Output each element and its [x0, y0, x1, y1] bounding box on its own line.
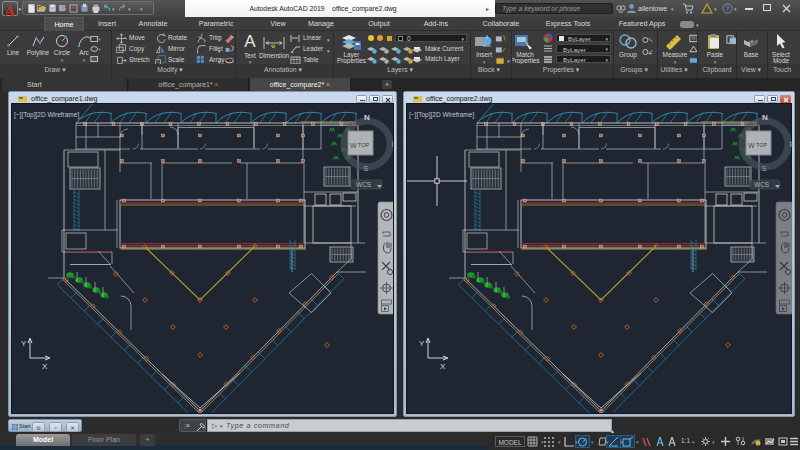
svg-text:▾: ▾: [98, 37, 101, 42]
svg-text:[−][Top][2D Wireframe]: [−][Top][2D Wireframe]: [14, 111, 79, 119]
svg-text:▾: ▾: [98, 47, 101, 52]
svg-text:?: ?: [725, 5, 729, 12]
svg-text:[−][Top][2D Wireframe]: [−][Top][2D Wireframe]: [409, 111, 474, 119]
